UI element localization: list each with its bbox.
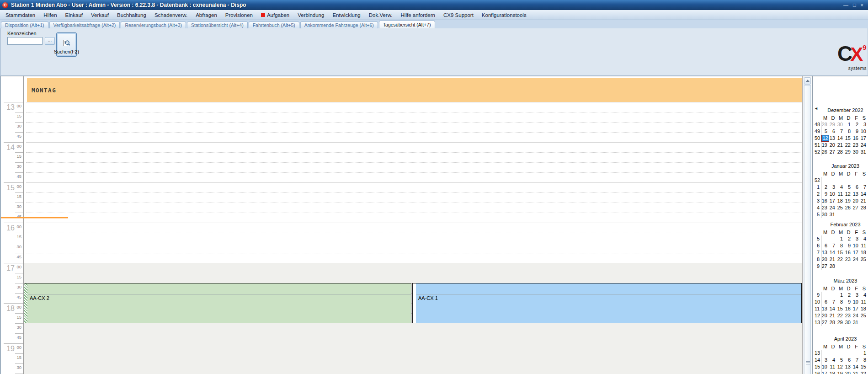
menu-item-abfragen[interactable]: Abfragen (192, 10, 221, 20)
day-cell[interactable]: 15 (837, 249, 845, 256)
day-cell[interactable]: 18 (837, 198, 845, 204)
day-cell[interactable]: 23 (852, 142, 860, 149)
day-cell[interactable]: 11 (860, 242, 868, 249)
menu-item-hilfe-anfordern[interactable]: Hilfe anfordern (397, 10, 439, 20)
day-cell[interactable]: 20 (829, 142, 837, 149)
day-cell[interactable]: 19 (821, 142, 829, 149)
day-cell[interactable]: 27 (829, 149, 837, 155)
day-cell[interactable]: 10 (829, 191, 837, 198)
day-cell[interactable]: 11 (829, 363, 837, 370)
menu-item-aufgaben[interactable]: Aufgaben (257, 10, 293, 20)
day-cell[interactable]: 5 (821, 128, 829, 135)
search-button[interactable]: Suchen(F2) (56, 32, 77, 57)
day-cell[interactable]: 29 (837, 319, 845, 326)
day-cell[interactable]: 9 (821, 191, 829, 198)
day-cell[interactable]: 23 (845, 312, 852, 319)
day-cell[interactable]: 29 (829, 121, 837, 128)
day-cell[interactable]: 17 (860, 135, 868, 142)
day-cell[interactable]: 20 (821, 312, 829, 319)
day-cell[interactable]: 17 (852, 305, 860, 312)
day-cell[interactable]: 27 (852, 204, 860, 211)
day-cell[interactable]: 13 (829, 135, 837, 142)
day-cell[interactable]: 30 (821, 211, 829, 218)
day-cell[interactable]: 27 (821, 263, 829, 270)
day-cell[interactable]: 14 (829, 249, 837, 256)
day-cell[interactable]: 10 (821, 363, 829, 370)
day-cell[interactable]: 21 (829, 256, 837, 263)
day-cell[interactable]: 6 (845, 357, 852, 363)
day-cell[interactable]: 21 (860, 198, 868, 204)
event-block[interactable]: AA-CX 1 (412, 283, 802, 323)
day-cell[interactable]: 11 (860, 299, 868, 305)
day-cell[interactable]: 22 (837, 312, 845, 319)
day-cell[interactable]: 10 (852, 299, 860, 305)
day-cell[interactable]: 2 (852, 121, 860, 128)
day-cell[interactable]: 25 (860, 312, 868, 319)
day-cell[interactable]: 30 (852, 149, 860, 155)
menu-item-schadenverw-[interactable]: Schadenverw. (150, 10, 192, 20)
day-cell[interactable]: 20 (821, 256, 829, 263)
close-button[interactable]: × (861, 0, 863, 10)
tab-tages-bersicht-alt-7-[interactable]: Tagesübersicht (Alt+7) (379, 21, 435, 28)
day-cell[interactable]: 7 (852, 357, 860, 363)
day-cell[interactable]: 7 (829, 299, 837, 305)
day-cell[interactable]: 8 (860, 357, 868, 363)
day-cell[interactable]: 22 (845, 142, 852, 149)
day-cell[interactable]: 16 (852, 135, 860, 142)
day-cell[interactable]: 15 (845, 135, 852, 142)
menu-item-verkauf[interactable]: Verkauf (87, 10, 113, 20)
day-cell[interactable]: 13 (821, 305, 829, 312)
day-cell[interactable]: 24 (852, 312, 860, 319)
day-cell[interactable]: 25 (860, 256, 868, 263)
menu-item-stammdaten[interactable]: Stammdaten (1, 10, 39, 20)
day-cell[interactable]: 13 (821, 249, 829, 256)
day-cell[interactable]: 8 (837, 299, 845, 305)
day-cell[interactable]: 1 (837, 292, 845, 299)
menu-item-verbindung[interactable]: Verbindung (293, 10, 328, 20)
day-cell[interactable]: 23 (821, 204, 829, 211)
day-cell[interactable]: 18 (829, 370, 837, 374)
day-cell[interactable]: 18 (860, 249, 868, 256)
day-cell[interactable]: 30 (837, 121, 845, 128)
day-cell[interactable]: 24 (852, 256, 860, 263)
day-cell[interactable]: 27 (821, 319, 829, 326)
tab-disposition-alt-1-[interactable]: Disposition (Alt+1) (1, 21, 48, 28)
day-cell[interactable]: 30 (845, 319, 852, 326)
scrollbar-thumb[interactable] (804, 85, 811, 374)
day-cell[interactable]: 31 (860, 149, 868, 155)
day-cell[interactable]: 28 (837, 149, 845, 155)
day-cell[interactable]: 21 (837, 142, 845, 149)
day-cell[interactable]: 6 (821, 299, 829, 305)
day-cell[interactable]: 6 (852, 184, 860, 191)
day-cell[interactable]: 5 (845, 184, 852, 191)
day-cell[interactable]: 3 (852, 235, 860, 242)
kennzeichen-input[interactable] (7, 37, 43, 45)
tab-ankommende-fahrzeuge-alt-6-[interactable]: Ankommende Fahrzeuge (Alt+6) (300, 21, 378, 28)
day-cell[interactable]: 13 (852, 191, 860, 198)
menu-item-cx9-support[interactable]: CX9 Support (439, 10, 478, 20)
day-cell[interactable]: 2 (821, 184, 829, 191)
day-cell[interactable]: 28 (829, 263, 837, 270)
tab-verf-gbarkeitsabfrage-alt-2-[interactable]: Verfügbarkeitsabfrage (Alt+2) (49, 21, 120, 28)
day-cell[interactable]: 28 (829, 319, 837, 326)
tab-reservierungsbuch-alt-3-[interactable]: Reservierungsbuch (Alt+3) (121, 21, 186, 28)
menu-item-konfigurationstools[interactable]: Konfigurationstools (478, 10, 531, 20)
day-cell[interactable]: 23 (845, 256, 852, 263)
day-cell[interactable]: 31 (852, 319, 860, 326)
day-cell[interactable]: 21 (852, 370, 860, 374)
day-cell[interactable]: 12 (845, 191, 852, 198)
day-cell[interactable]: 26 (845, 204, 852, 211)
day-cell[interactable]: 14 (829, 305, 837, 312)
day-cell[interactable]: 9 (845, 299, 852, 305)
browse-button[interactable]: ... (45, 37, 55, 45)
menu-item-einkauf[interactable]: Einkauf (61, 10, 87, 20)
menu-item-dok-verw-[interactable]: Dok.Verw. (365, 10, 397, 20)
day-cell[interactable]: 3 (860, 121, 868, 128)
day-cell[interactable]: 25 (837, 204, 845, 211)
day-cell[interactable]: 3 (852, 292, 860, 299)
minimize-button[interactable]: — (843, 0, 848, 10)
day-cell[interactable]: 3 (829, 184, 837, 191)
vertical-scrollbar[interactable] (804, 77, 811, 374)
day-cell[interactable]: 2 (845, 292, 852, 299)
day-cell[interactable]: 29 (845, 149, 852, 155)
